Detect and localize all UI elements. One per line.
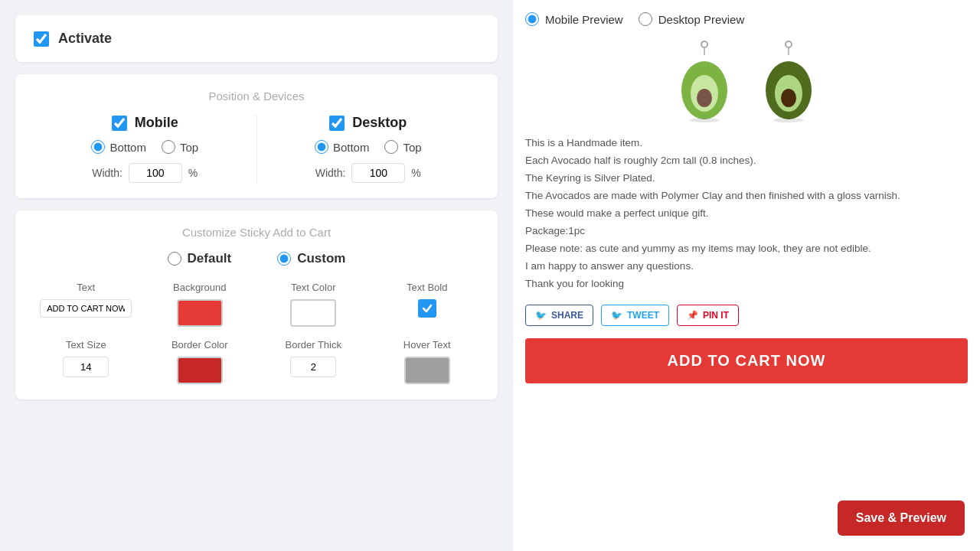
mobile-preview-radio[interactable] xyxy=(525,12,539,26)
desktop-top-option[interactable]: Top xyxy=(384,140,421,154)
mobile-preview-label: Mobile Preview xyxy=(545,13,623,26)
desktop-checkbox[interactable] xyxy=(329,116,345,131)
tweet-button[interactable]: 🐦 TWEET xyxy=(601,305,669,326)
mobile-label: Mobile xyxy=(135,115,178,131)
text-size-label: Text Size xyxy=(66,339,106,350)
position-card: Position & Devices Mobile Bottom Top xyxy=(15,74,498,198)
desktop-preview-radio[interactable] xyxy=(639,12,652,26)
pin-icon: 📌 xyxy=(687,310,698,321)
text-bold-field-group: Text Bold xyxy=(375,282,480,327)
social-buttons: 🐦 SHARE 🐦 TWEET 📌 PIN IT xyxy=(525,305,968,326)
customize-title: Customize Sticky Add to Cart xyxy=(34,226,479,239)
border-color-field-group: Border Color xyxy=(148,339,253,384)
activate-label: Activate xyxy=(58,31,112,47)
custom-radio[interactable] xyxy=(277,252,291,266)
mobile-width-unit: % xyxy=(188,167,198,179)
text-color-swatch[interactable] xyxy=(290,299,336,327)
product-description: This is a Handmade item. Each Avocado ha… xyxy=(525,135,968,292)
product-images xyxy=(525,38,968,122)
background-field-group: Background xyxy=(148,282,253,327)
background-field-label: Background xyxy=(173,282,226,293)
text-field-input[interactable] xyxy=(40,299,132,318)
custom-label: Custom xyxy=(297,251,345,266)
border-thick-field-group: Border Thick xyxy=(261,339,366,384)
pin-label: PIN IT xyxy=(703,310,729,321)
desktop-preview-label: Desktop Preview xyxy=(658,13,745,26)
svg-point-4 xyxy=(697,89,712,107)
desktop-width-unit: % xyxy=(411,167,420,179)
avocado-image-2 xyxy=(754,38,823,122)
checkmark-icon xyxy=(422,303,433,314)
desktop-width-input[interactable] xyxy=(351,163,405,183)
share-button[interactable]: 🐦 SHARE xyxy=(525,305,593,326)
svg-point-10 xyxy=(781,89,796,107)
mobile-bottom-radio[interactable] xyxy=(91,140,105,154)
border-thick-input[interactable] xyxy=(290,357,336,377)
default-label: Default xyxy=(188,251,232,266)
share-label: SHARE xyxy=(551,310,583,321)
mobile-top-label: Top xyxy=(180,141,198,154)
mobile-checkbox[interactable] xyxy=(112,116,127,131)
text-field-group: Text xyxy=(34,282,139,327)
desktop-top-radio[interactable] xyxy=(384,140,398,154)
background-color-swatch[interactable] xyxy=(177,299,223,327)
desktop-bottom-radio[interactable] xyxy=(315,140,328,154)
desktop-width-label: Width: xyxy=(315,167,346,179)
desktop-top-label: Top xyxy=(403,141,421,154)
tweet-label: TWEET xyxy=(627,310,659,321)
desktop-bottom-option[interactable]: Bottom xyxy=(315,140,370,154)
default-radio[interactable] xyxy=(168,252,181,266)
border-color-label: Border Color xyxy=(172,339,228,350)
text-field-label: Text xyxy=(77,282,95,293)
svg-point-6 xyxy=(786,41,792,47)
left-panel: Activate Position & Devices Mobile Botto… xyxy=(0,0,513,551)
tw-icon: 🐦 xyxy=(611,310,622,321)
text-bold-label: Text Bold xyxy=(407,282,447,293)
mobile-top-option[interactable]: Top xyxy=(162,140,198,154)
mobile-settings: Mobile Bottom Top Width: % xyxy=(34,115,256,183)
customize-card: Customize Sticky Add to Cart Default Cus… xyxy=(15,210,498,399)
mobile-width-label: Width: xyxy=(92,167,122,179)
desktop-label: Desktop xyxy=(352,115,407,131)
svg-point-5 xyxy=(689,118,720,122)
text-size-input[interactable] xyxy=(63,357,109,377)
mobile-width-input[interactable] xyxy=(129,163,182,183)
custom-option[interactable]: Custom xyxy=(277,251,345,266)
mobile-bottom-option[interactable]: Bottom xyxy=(91,140,146,154)
border-thick-label: Border Thick xyxy=(286,339,341,350)
svg-point-11 xyxy=(773,118,804,122)
right-panel: Mobile Preview Desktop Preview xyxy=(513,0,980,551)
fb-icon: 🐦 xyxy=(535,310,547,321)
activate-card: Activate xyxy=(15,15,498,62)
desktop-settings: Desktop Bottom Top Width: % xyxy=(257,115,480,183)
hover-text-field-group: Hover Text xyxy=(375,339,480,384)
desktop-bottom-label: Bottom xyxy=(333,141,370,154)
text-bold-swatch[interactable] xyxy=(418,299,436,318)
add-to-cart-button[interactable]: ADD TO CART NOW xyxy=(525,338,968,383)
hover-text-label: Hover Text xyxy=(403,339,451,350)
desc-line-1: This is a Handmade item. Each Avocado ha… xyxy=(525,137,900,289)
pin-button[interactable]: 📌 PIN IT xyxy=(677,305,739,326)
text-color-field-group: Text Color xyxy=(261,282,366,327)
desktop-preview-option[interactable]: Desktop Preview xyxy=(639,12,745,26)
activate-checkbox[interactable] xyxy=(34,31,49,47)
hover-text-swatch[interactable] xyxy=(404,357,450,384)
position-title: Position & Devices xyxy=(34,90,479,103)
svg-point-0 xyxy=(701,41,707,47)
text-color-label: Text Color xyxy=(291,282,336,293)
mobile-preview-option[interactable]: Mobile Preview xyxy=(525,12,623,26)
avocado-image-1 xyxy=(670,38,739,122)
border-color-swatch[interactable] xyxy=(177,357,223,384)
preview-toggle: Mobile Preview Desktop Preview xyxy=(525,12,968,26)
default-option[interactable]: Default xyxy=(168,251,232,266)
mobile-top-radio[interactable] xyxy=(162,140,175,154)
text-size-field-group: Text Size xyxy=(34,339,139,384)
mobile-bottom-label: Bottom xyxy=(109,141,146,154)
save-preview-button[interactable]: Save & Preview xyxy=(838,500,965,536)
